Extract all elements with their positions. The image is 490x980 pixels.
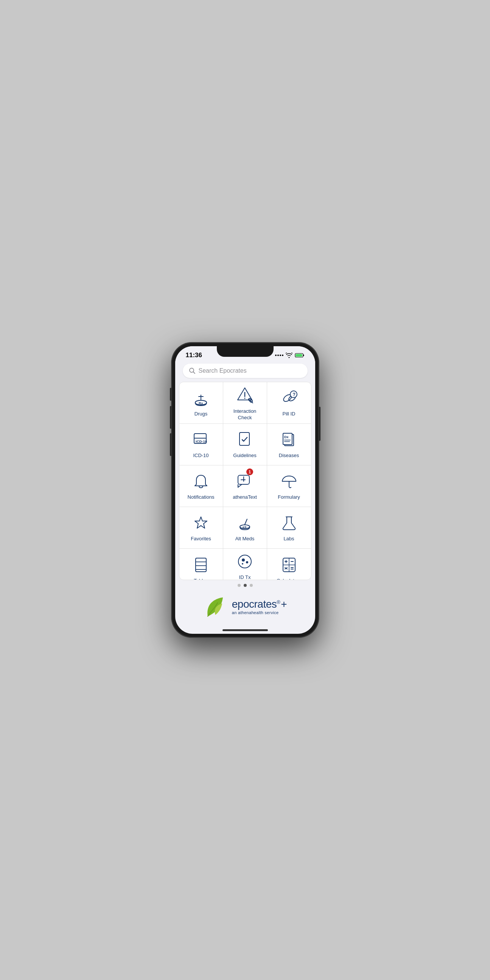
status-icons: [275, 353, 305, 358]
id-tx-selector-label: ID TxSelector: [236, 574, 254, 580]
drugs-icon: Rx: [190, 388, 212, 408]
brand-plus: +: [281, 598, 287, 610]
grid-item-alt-meds[interactable]: Alt Alt Meds: [223, 507, 267, 549]
icd10-label: ICD-10: [193, 453, 208, 459]
grid-item-diseases[interactable]: Dx Diseases: [267, 424, 311, 465]
volume-down-button[interactable]: [170, 433, 172, 456]
brand-text: epocrates® + an athenahealth service: [232, 598, 287, 615]
pill-id-label: Pill ID: [283, 411, 296, 417]
wifi-icon: [286, 353, 293, 358]
interaction-check-label: InteractionCheck: [234, 408, 256, 421]
svg-text:Rx: Rx: [199, 401, 203, 405]
guidelines-icon-el: [234, 430, 255, 450]
status-time: 11:36: [186, 352, 202, 359]
search-bar-wrapper: Search Epocrates: [175, 361, 315, 382]
app-grid: Rx Drugs In: [179, 382, 312, 580]
svg-rect-2: [296, 354, 302, 357]
athenatext-icon-el: [234, 471, 255, 491]
page-dot-2[interactable]: [244, 584, 247, 587]
footer-brand: epocrates® + an athenahealth service: [175, 591, 315, 626]
grid-item-labs[interactable]: Labs: [267, 507, 311, 549]
svg-text:ICD-10: ICD-10: [196, 439, 207, 444]
home-indicator[interactable]: [175, 626, 315, 634]
athenatext-badge: 1: [246, 468, 253, 475]
diseases-icon-el: Dx: [278, 430, 300, 450]
grid-item-guidelines[interactable]: Guidelines: [223, 424, 267, 465]
svg-point-11: [245, 398, 245, 399]
svg-point-45: [246, 561, 248, 563]
search-placeholder: Search Epocrates: [199, 368, 247, 374]
svg-point-43: [239, 555, 251, 568]
notifications-icon-el: [190, 471, 212, 491]
labs-label: Labs: [283, 536, 294, 542]
grid-item-athenatext[interactable]: 1 athenaText: [223, 465, 267, 507]
pill-id-icon-el: ?: [278, 388, 300, 408]
svg-line-4: [193, 372, 195, 374]
notch: [217, 346, 274, 357]
svg-line-36: [245, 519, 247, 525]
diseases-label: Diseases: [279, 453, 299, 459]
grid-item-drugs[interactable]: Rx Drugs: [179, 382, 223, 424]
grid-item-tables[interactable]: Tables: [179, 549, 223, 580]
page-dots: [175, 580, 315, 591]
icd10-icon-el: ICD-10: [190, 430, 212, 450]
phone-screen: 11:36: [175, 346, 315, 634]
brand-trademark: ®: [277, 599, 280, 605]
svg-point-44: [242, 558, 245, 562]
grid-item-icd10[interactable]: ICD-10 ICD-10: [179, 424, 223, 465]
brand-tagline: an athenahealth service: [232, 610, 287, 615]
battery-icon: [295, 353, 305, 358]
home-bar: [223, 629, 268, 631]
favorites-icon-el: [190, 513, 212, 533]
svg-text:Dx: Dx: [284, 435, 289, 439]
volume-up-button[interactable]: [170, 406, 172, 429]
grid-item-favorites[interactable]: Favorites: [179, 507, 223, 549]
search-icon: [189, 368, 196, 374]
drugs-label: Drugs: [194, 411, 208, 417]
favorites-label: Favorites: [191, 536, 211, 542]
notifications-label: Notifications: [188, 494, 215, 501]
interaction-check-icon: [234, 385, 255, 405]
page-dot-1[interactable]: [238, 584, 241, 587]
search-bar[interactable]: Search Epocrates: [183, 364, 308, 378]
grid-item-interaction-check[interactable]: InteractionCheck: [223, 382, 267, 424]
grid-item-id-tx-selector[interactable]: ID TxSelector: [223, 549, 267, 580]
phone-frame: 11:36: [172, 342, 319, 638]
brand-name: epocrates®: [232, 598, 280, 610]
guidelines-label: Guidelines: [233, 453, 256, 459]
power-button[interactable]: [319, 407, 320, 441]
calculators-icon-el: [278, 555, 300, 575]
tables-icon-el: [190, 555, 212, 575]
brand-logo-icon: [203, 595, 228, 619]
svg-text:Alt: Alt: [242, 525, 247, 529]
grid-item-calculators[interactable]: Calculators: [267, 549, 311, 580]
mute-button[interactable]: [170, 388, 172, 401]
grid-item-notifications[interactable]: Notifications: [179, 465, 223, 507]
athenatext-label: athenaText: [233, 494, 257, 501]
svg-rect-1: [303, 355, 304, 356]
svg-rect-21: [240, 433, 249, 445]
alt-meds-label: Alt Meds: [235, 536, 255, 542]
grid-item-pill-id[interactable]: ? Pill ID: [267, 382, 311, 424]
svg-point-46: [242, 563, 243, 565]
svg-marker-34: [195, 517, 207, 528]
grid-item-formulary[interactable]: Formulary: [267, 465, 311, 507]
formulary-icon-el: [278, 471, 300, 491]
labs-icon-el: [278, 513, 300, 533]
page-dot-3[interactable]: [250, 584, 253, 587]
signal-icon: [275, 355, 283, 356]
formulary-label: Formulary: [278, 494, 300, 501]
alt-meds-icon-el: Alt: [234, 513, 255, 533]
svg-text:?: ?: [293, 392, 295, 397]
id-tx-icon-el: [234, 552, 255, 571]
